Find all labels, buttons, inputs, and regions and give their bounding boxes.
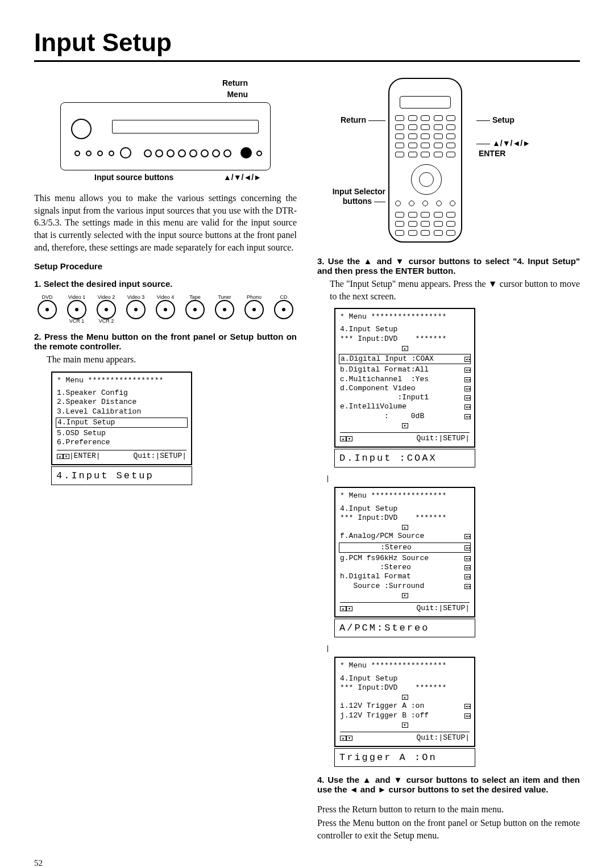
lcd-main: 4.Input Setup (51, 466, 192, 485)
step-3-desc: The "Input Setup" menu appears. Press th… (330, 278, 580, 302)
input-source-button[interactable]: Video 3 (123, 294, 149, 319)
input-source-button[interactable]: Video 1 (64, 294, 90, 319)
page-number: 52 (34, 858, 580, 868)
closing-1: Press the Return button to return to the… (317, 803, 580, 816)
osd-main-menu: * Menu *****************1.Speaker Config… (51, 372, 192, 465)
input-source-button[interactable]: DVD (34, 294, 60, 319)
lcd-c: Trigger A :On (334, 748, 475, 767)
input-source-button[interactable]: CD (271, 294, 297, 319)
rc-label-enter: ENTER (479, 149, 505, 158)
input-source-button[interactable]: Video 4 (152, 294, 179, 319)
fp-label-arrows: ▲/▼/◄/► (223, 173, 262, 182)
input-source-row: DVDVideo 1Video 2Video 3Video 4TapeTuner… (34, 294, 297, 319)
left-column: Return Menu (34, 78, 297, 841)
osd-input-setup-c: * Menu *****************4.Input Setup***… (334, 657, 475, 747)
rc-label-input-selector: Input Selector buttons (333, 187, 385, 206)
front-panel-diagram: Return Menu (34, 78, 297, 182)
right-column: Return Input Selector buttons Setup ▲/▼/… (317, 78, 580, 841)
front-panel-illustration (60, 102, 271, 170)
step-1: 1. Select the desired input source. (34, 279, 297, 289)
input-source-button[interactable]: Tape (182, 294, 208, 319)
input-source-button[interactable]: Tuner (211, 294, 238, 319)
osd-input-setup-b: * Menu *****************4.Input Setup***… (334, 487, 475, 617)
step-2-desc: The main menu appears. (47, 353, 297, 366)
closing-2: Press the Menu button on the front panel… (317, 817, 580, 841)
step-2: 2. Press the Menu button on the front pa… (34, 332, 297, 351)
page-title: Input Setup (34, 28, 580, 62)
remote-diagram: Return Input Selector buttons Setup ▲/▼/… (317, 78, 533, 248)
lcd-b: A/PCM:Stereo (334, 619, 475, 637)
fp-label-menu: Menu (227, 90, 248, 99)
remote-illustration (388, 78, 462, 243)
step-3: 3. Use the ▲ and ▼ cursor buttons to sel… (317, 256, 580, 276)
input-source-button[interactable]: Video 2 (93, 294, 119, 319)
rc-label-arrows: ▲/▼/◄/► (492, 139, 530, 148)
input-source-button[interactable]: Phono (241, 294, 267, 319)
step-4: 4. Use the ▲ and ▼ cursor buttons to sel… (317, 775, 580, 794)
rc-label-setup: Setup (492, 115, 515, 124)
intro-paragraph: This menu allows you to make the various… (34, 192, 297, 253)
osd-input-setup-a: * Menu *****************4.Input Setup***… (334, 308, 475, 448)
setup-procedure-heading: Setup Procedure (34, 261, 297, 271)
lcd-a: D.Input :COAX (334, 449, 475, 468)
fp-label-return: Return (222, 78, 248, 87)
rc-label-return: Return (341, 115, 366, 124)
fp-label-input-src: Input source buttons (94, 173, 173, 182)
